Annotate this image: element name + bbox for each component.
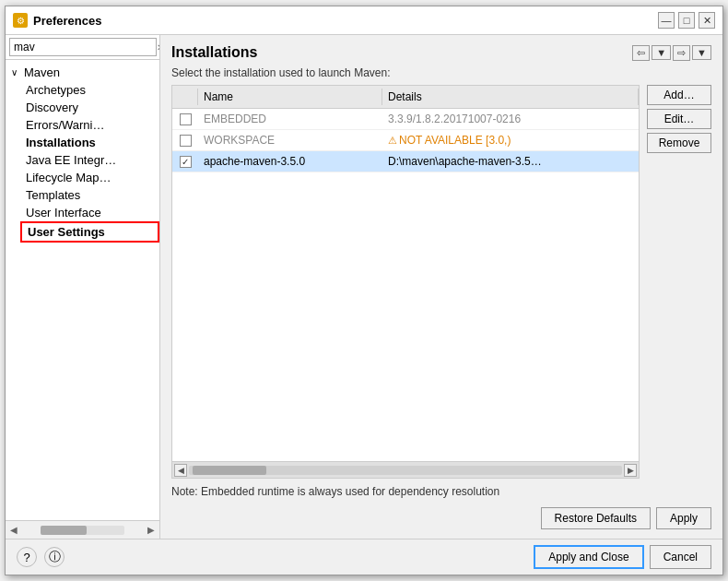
hscroll-right-icon[interactable]: ▶: [624, 464, 637, 477]
tree-maven-label: Maven: [24, 65, 60, 79]
maximize-button[interactable]: □: [678, 12, 695, 29]
table-with-buttons: Name Details EMBEDDED 3.3.9/1.8.2.201710…: [171, 85, 711, 479]
note-text: Note: Embedded runtime is always used fo…: [171, 484, 711, 500]
row3-checkbox[interactable]: ✓: [172, 154, 198, 170]
back-button[interactable]: ⇦: [632, 45, 650, 61]
preferences-dialog: ⚙ Preferences — □ ✕ ✕ ∨ Maven Archetypes: [5, 6, 723, 575]
title-bar: ⚙ Preferences — □ ✕: [6, 6, 722, 35]
checkbox-workspace[interactable]: [180, 135, 192, 147]
row1-checkbox[interactable]: [172, 112, 198, 127]
warning-icon: ⚠: [388, 135, 397, 146]
col-check-header: [172, 89, 198, 105]
dialog-title: Preferences: [33, 14, 658, 28]
checkbox-embedded[interactable]: [180, 113, 192, 125]
dialog-icon: ⚙: [13, 13, 28, 28]
row2-name: WORKSPACE: [198, 132, 382, 148]
tree-item-errors[interactable]: Errors/Warni…: [20, 116, 159, 134]
nav-buttons: ⇦ ▼ ⇨ ▼: [632, 45, 711, 61]
info-button[interactable]: ⓘ: [44, 547, 65, 567]
panel-title: Installations: [171, 44, 257, 61]
tree-item-discovery[interactable]: Discovery: [20, 99, 159, 116]
hscroll-left-icon[interactable]: ◀: [174, 464, 187, 477]
table-row[interactable]: EMBEDDED 3.3.9/1.8.2.20171007-0216: [172, 109, 639, 130]
footer-bar: ? ⓘ Apply and Close Cancel: [6, 539, 722, 575]
scroll-right-icon[interactable]: ▶: [143, 521, 159, 540]
col-name-header: Name: [198, 89, 382, 105]
tree-item-archetypes[interactable]: Archetypes: [20, 81, 159, 99]
sidebar-scrollbar[interactable]: ◀ ▶: [6, 520, 159, 539]
restore-defaults-button[interactable]: Restore Defaults: [541, 507, 651, 529]
table-header: Name Details: [172, 86, 639, 109]
table-row[interactable]: ✓ apache-maven-3.5.0 D:\maven\apache-mav…: [172, 151, 639, 172]
edit-button[interactable]: Edit…: [647, 109, 711, 129]
help-button[interactable]: ?: [17, 547, 37, 567]
forward-dropdown-button[interactable]: ▼: [692, 45, 711, 60]
main-panel: Installations ⇦ ▼ ⇨ ▼ Select the install…: [160, 35, 722, 539]
tree-item-user-settings[interactable]: User Settings: [20, 221, 159, 243]
table-row[interactable]: WORKSPACE ⚠NOT AVAILABLE [3.0,): [172, 130, 639, 151]
add-button[interactable]: Add…: [647, 85, 711, 105]
bottom-actions: Restore Defaults Apply: [171, 507, 711, 529]
panel-header: Installations ⇦ ▼ ⇨ ▼: [171, 44, 711, 61]
remove-button[interactable]: Remove: [647, 133, 711, 153]
row1-details: 3.3.9/1.8.2.20171007-0216: [382, 111, 639, 127]
row2-checkbox[interactable]: [172, 133, 198, 148]
minimize-button[interactable]: —: [658, 12, 675, 29]
side-buttons: Add… Edit… Remove: [647, 85, 711, 479]
scroll-left-icon[interactable]: ◀: [6, 521, 22, 540]
cancel-button[interactable]: Cancel: [650, 545, 711, 569]
checkbox-apache-maven[interactable]: ✓: [180, 156, 192, 168]
apply-and-close-button[interactable]: Apply and Close: [534, 545, 643, 569]
col-details-header: Details: [382, 89, 639, 105]
tree-area: ∨ Maven Archetypes Discovery Errors/Warn…: [6, 60, 159, 520]
tree-maven-parent[interactable]: ∨ Maven: [6, 64, 159, 81]
row3-name: apache-maven-3.5.0: [198, 153, 382, 170]
row3-details: D:\maven\apache-maven-3.5…: [382, 153, 639, 170]
tree-item-installations[interactable]: Installations: [20, 134, 159, 151]
apply-button[interactable]: Apply: [656, 507, 711, 529]
tree-children: Archetypes Discovery Errors/Warni… Insta…: [6, 81, 159, 243]
row1-name: EMBEDDED: [198, 111, 382, 127]
content-area: ✕ ∨ Maven Archetypes Discovery Errors/Wa…: [6, 35, 722, 539]
search-input[interactable]: [9, 38, 157, 56]
footer-icons: ? ⓘ: [17, 547, 65, 567]
tree-item-lifecycle[interactable]: Lifecycle Map…: [20, 169, 159, 186]
installations-table: Name Details EMBEDDED 3.3.9/1.8.2.201710…: [171, 85, 640, 479]
hscroll-thumb: [193, 466, 266, 475]
title-controls: — □ ✕: [658, 12, 715, 29]
tree-item-templates[interactable]: Templates: [20, 186, 159, 204]
table-hscrollbar[interactable]: ◀ ▶: [172, 461, 639, 478]
scroll-track: [41, 526, 124, 535]
tree-arrow-icon: ∨: [11, 67, 22, 77]
sidebar: ✕ ∨ Maven Archetypes Discovery Errors/Wa…: [6, 35, 160, 539]
close-button[interactable]: ✕: [699, 12, 715, 29]
scroll-thumb: [41, 526, 87, 535]
tree-item-user-interface[interactable]: User Interface: [20, 204, 159, 221]
footer-right-buttons: Apply and Close Cancel: [534, 545, 711, 569]
description-text: Select the installation used to launch M…: [171, 66, 711, 79]
row2-details: ⚠NOT AVAILABLE [3.0,): [382, 132, 639, 148]
tree-item-javaee[interactable]: Java EE Integr…: [20, 151, 159, 169]
search-bar: ✕: [6, 35, 159, 60]
forward-button[interactable]: ⇨: [673, 45, 690, 61]
table-body: EMBEDDED 3.3.9/1.8.2.20171007-0216 WORKS…: [172, 109, 639, 461]
back-dropdown-button[interactable]: ▼: [652, 45, 671, 60]
hscroll-track: [189, 466, 622, 475]
